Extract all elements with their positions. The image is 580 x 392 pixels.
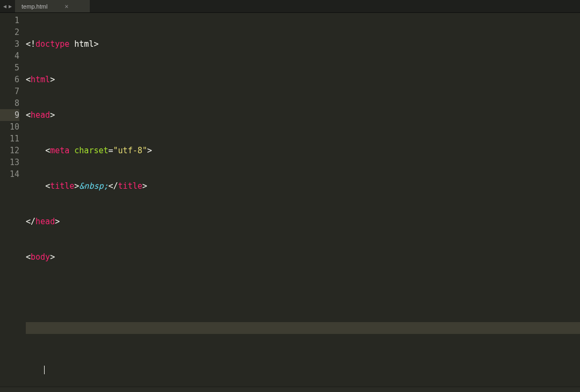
code-line: <body>: [26, 251, 580, 263]
tab-bar: ◀ ▶ temp.html ×: [0, 0, 580, 13]
line-number: 4: [0, 50, 19, 62]
code-line: <title>&nbsp;</title>: [26, 180, 580, 192]
line-number: 3: [0, 38, 19, 50]
code-line: [26, 287, 580, 298]
line-number: 6: [0, 74, 19, 85]
code-line: <!doctype html>: [26, 38, 580, 50]
tab-nav: ◀ ▶: [0, 0, 15, 12]
nav-back-icon[interactable]: ◀: [3, 3, 6, 9]
line-number-gutter: 1 2 3 4 5 6 7 8 9 10 11 12 13 14: [0, 15, 26, 387]
line-number: 14: [0, 168, 19, 180]
line-number: 11: [0, 133, 19, 145]
nav-forward-icon[interactable]: ▶: [9, 3, 12, 9]
line-number: 7: [0, 85, 19, 97]
line-number: 9: [0, 109, 19, 121]
code-line: <html>: [26, 74, 580, 85]
tab-temp-html[interactable]: temp.html ×: [15, 0, 90, 12]
editor-area[interactable]: 1 2 3 4 5 6 7 8 9 10 11 12 13 14 <!docty…: [0, 13, 580, 387]
line-number: 1: [0, 15, 19, 26]
code-line: [26, 358, 580, 369]
tab-label: temp.html: [22, 3, 47, 10]
code-line: </head>: [26, 216, 580, 227]
line-number: 12: [0, 145, 19, 156]
close-icon[interactable]: ×: [63, 3, 69, 10]
code-line: <meta charset="utf-8">: [26, 145, 580, 156]
line-number: 2: [0, 26, 19, 38]
horizontal-scrollbar[interactable]: [0, 387, 580, 392]
code-line: [26, 322, 580, 334]
line-number: 5: [0, 62, 19, 74]
line-number: 8: [0, 97, 19, 109]
line-number: 13: [0, 156, 19, 168]
line-number: 10: [0, 121, 19, 133]
code-line: <head>: [26, 109, 580, 121]
code-content[interactable]: <!doctype html> <html> <head> <meta char…: [26, 15, 580, 387]
